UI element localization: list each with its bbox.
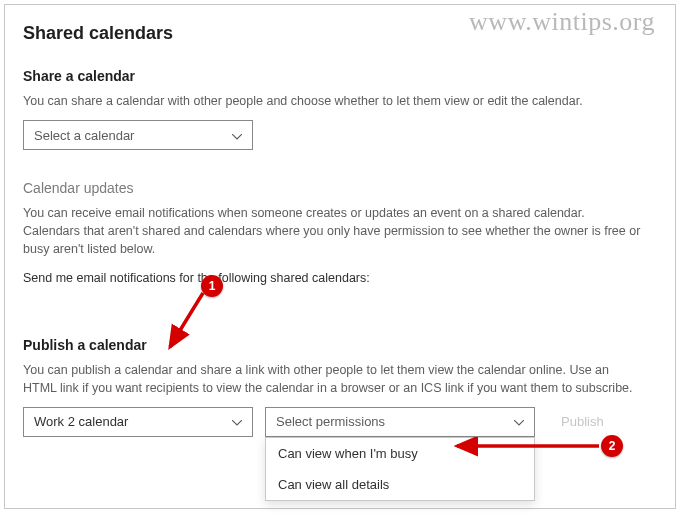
- chevron-down-icon: [514, 414, 524, 429]
- publish-calendar-value: Work 2 calendar: [34, 414, 128, 429]
- publish-desc: You can publish a calendar and share a l…: [23, 361, 643, 397]
- publish-button[interactable]: Publish: [547, 407, 618, 437]
- permissions-dropdown-menu: Can view when I'm busy Can view all deta…: [265, 437, 535, 501]
- page-title: Shared calendars: [23, 23, 657, 44]
- publish-permissions-placeholder: Select permissions: [276, 414, 385, 429]
- updates-instruction: Send me email notifications for the foll…: [23, 269, 643, 287]
- share-calendar-select-placeholder: Select a calendar: [34, 128, 134, 143]
- share-calendar-section: Share a calendar You can share a calenda…: [23, 68, 657, 150]
- annotation-badge-1: 1: [201, 275, 223, 297]
- updates-title: Calendar updates: [23, 180, 657, 196]
- updates-desc: You can receive email notifications when…: [23, 204, 643, 258]
- chevron-down-icon: [232, 128, 242, 143]
- share-calendar-select[interactable]: Select a calendar: [23, 120, 253, 150]
- publish-title: Publish a calendar: [23, 337, 657, 353]
- calendar-updates-section: Calendar updates You can receive email n…: [23, 180, 657, 287]
- chevron-down-icon: [232, 414, 242, 429]
- perm-option-busy[interactable]: Can view when I'm busy: [266, 438, 534, 469]
- publish-controls-row: Work 2 calendar Select permissions Publi…: [23, 407, 657, 437]
- publish-calendar-section: Publish a calendar You can publish a cal…: [23, 337, 657, 437]
- publish-permissions-select[interactable]: Select permissions: [265, 407, 535, 437]
- share-title: Share a calendar: [23, 68, 657, 84]
- share-desc: You can share a calendar with other peop…: [23, 92, 643, 110]
- perm-option-all-details[interactable]: Can view all details: [266, 469, 534, 500]
- publish-calendar-select[interactable]: Work 2 calendar: [23, 407, 253, 437]
- annotation-badge-2: 2: [601, 435, 623, 457]
